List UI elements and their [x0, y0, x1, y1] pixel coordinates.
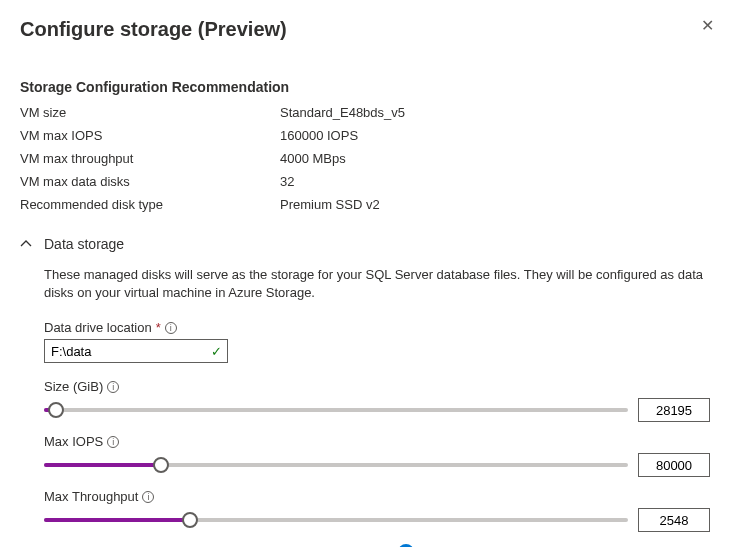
size-slider[interactable]: [44, 400, 628, 420]
rec-disk-type-value: Premium SSD v2: [280, 197, 380, 212]
size-label: Size (GiB): [44, 379, 103, 394]
data-storage-label: Data storage: [44, 236, 124, 252]
vm-max-iops-value: 160000 IOPS: [280, 128, 358, 143]
info-icon[interactable]: i: [165, 322, 177, 334]
vm-max-disks-label: VM max data disks: [20, 174, 280, 189]
chevron-up-icon: [20, 238, 32, 250]
page-title: Configure storage (Preview): [20, 18, 287, 41]
drive-location-input[interactable]: [44, 339, 228, 363]
info-icon[interactable]: i: [107, 381, 119, 393]
info-icon[interactable]: i: [142, 491, 154, 503]
throughput-input[interactable]: [638, 508, 710, 532]
drive-location-label: Data drive location: [44, 320, 152, 335]
vm-size-label: VM size: [20, 105, 280, 120]
throughput-slider[interactable]: [44, 510, 628, 530]
vm-max-iops-label: VM max IOPS: [20, 128, 280, 143]
rec-disk-type-label: Recommended disk type: [20, 197, 280, 212]
info-icon[interactable]: i: [107, 436, 119, 448]
required-indicator: *: [156, 320, 161, 335]
size-input[interactable]: [638, 398, 710, 422]
data-storage-toggle[interactable]: Data storage: [20, 236, 714, 252]
recommendation-heading: Storage Configuration Recommendation: [20, 79, 714, 95]
check-icon: ✓: [211, 344, 222, 359]
iops-label: Max IOPS: [44, 434, 103, 449]
vm-max-throughput-label: VM max throughput: [20, 151, 280, 166]
data-storage-description: These managed disks will serve as the st…: [44, 266, 710, 302]
vm-size-value: Standard_E48bds_v5: [280, 105, 405, 120]
iops-input[interactable]: [638, 453, 710, 477]
throughput-label: Max Throughput: [44, 489, 138, 504]
iops-slider[interactable]: [44, 455, 628, 475]
close-icon[interactable]: ✕: [701, 18, 714, 34]
vm-max-disks-value: 32: [280, 174, 294, 189]
vm-max-throughput-value: 4000 MBps: [280, 151, 346, 166]
